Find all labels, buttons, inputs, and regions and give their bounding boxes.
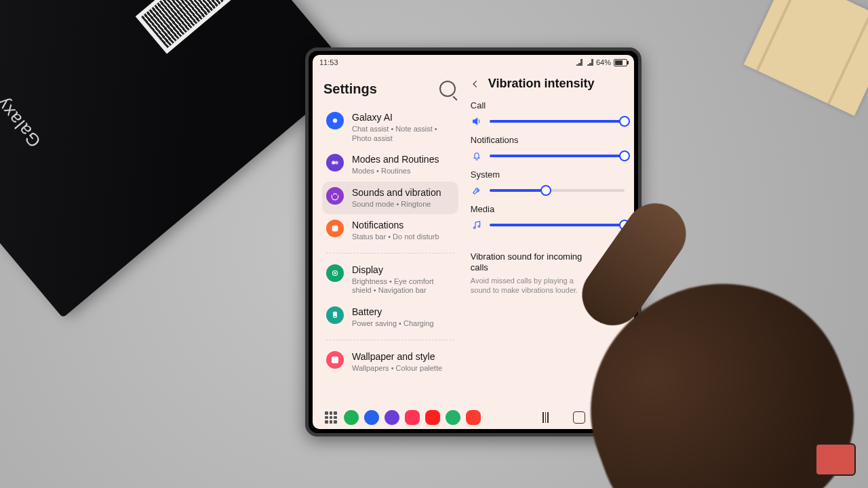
volume-icon <box>471 115 483 127</box>
svg-point-2 <box>335 161 338 165</box>
svg-rect-7 <box>334 313 336 317</box>
battery-icon <box>614 59 627 66</box>
nav-recents-button[interactable] <box>542 412 549 423</box>
settings-item-icon <box>326 264 344 282</box>
svg-point-1 <box>332 161 335 165</box>
dock-app-youtube[interactable] <box>425 410 440 425</box>
slider-media[interactable] <box>490 218 625 232</box>
settings-item-subtitle: Sound mode • Ringtone <box>352 200 441 209</box>
settings-item-title: Notifications <box>352 220 439 231</box>
svg-rect-3 <box>332 226 338 231</box>
battery-percent: 64% <box>596 58 611 66</box>
dock-app-whatsapp[interactable] <box>446 410 460 425</box>
settings-item-icon <box>326 306 344 324</box>
slider-label-system: System <box>471 169 625 180</box>
settings-item-title: Battery <box>352 306 434 318</box>
settings-item-subtitle: Modes • Routines <box>352 167 439 176</box>
signal-icon-2 <box>585 59 593 66</box>
settings-title: Settings <box>323 81 377 97</box>
taskbar <box>313 406 634 429</box>
settings-item-icon <box>326 220 344 237</box>
product-box-barcode <box>136 0 251 54</box>
separator <box>326 253 454 253</box>
settings-item-subtitle: Status bar • Do not disturb <box>352 232 439 242</box>
settings-item-subtitle: Wallpapers • Colour palette <box>352 364 442 373</box>
dock-app-app[interactable] <box>466 410 481 425</box>
settings-item-subtitle: Power saving • Charging <box>352 319 434 329</box>
tablet-screen: 11:53 64% Settings Galaxy AIChat assist … <box>313 55 634 429</box>
settings-item-display[interactable]: DisplayBrightness • Eye comfort shield •… <box>322 259 458 301</box>
detail-title: Vibration intensity <box>488 77 595 91</box>
search-icon[interactable] <box>439 81 456 97</box>
settings-item-icon <box>326 351 344 369</box>
settings-item-title: Galaxy AI <box>352 112 454 123</box>
tablet-frame: 11:53 64% Settings Galaxy AIChat assist … <box>305 47 642 436</box>
settings-item-title: Display <box>352 264 454 276</box>
settings-item-title: Modes and Routines <box>352 154 439 165</box>
settings-item-subtitle: Brightness • Eye comfort shield • Naviga… <box>352 277 454 296</box>
svg-point-0 <box>333 119 337 123</box>
dock-app-phone[interactable] <box>344 410 359 425</box>
settings-item-icon <box>326 112 344 129</box>
settings-item-modes-and-routines[interactable]: Modes and RoutinesModes • Routines <box>322 148 458 182</box>
slider-call[interactable] <box>490 115 625 128</box>
status-time: 11:53 <box>319 58 338 66</box>
settings-item-icon <box>326 187 344 205</box>
toggle-title: Vibration sound for incoming calls <box>471 251 595 274</box>
chevron-left-icon <box>471 79 480 89</box>
settings-item-notifications[interactable]: NotificationsStatus bar • Do not disturb <box>322 214 458 247</box>
wrench-icon <box>471 184 483 197</box>
separator <box>326 340 454 340</box>
slider-label-notifications: Notifications <box>471 135 625 145</box>
settings-item-galaxy-ai[interactable]: Galaxy AIChat assist • Note assist • Pho… <box>322 106 458 148</box>
svg-point-10 <box>478 226 480 228</box>
dock-app-gallery[interactable] <box>405 410 420 425</box>
back-button[interactable] <box>469 78 481 90</box>
wooden-block <box>744 0 868 116</box>
music-icon <box>471 219 483 231</box>
settings-item-sounds-and-vibration[interactable]: Sounds and vibrationSound mode • Rington… <box>322 182 458 215</box>
settings-item-title: Sounds and vibration <box>352 187 441 199</box>
nav-home-button[interactable] <box>573 411 585 424</box>
settings-item-title: Wallpaper and style <box>352 351 442 363</box>
slider-label-call: Call <box>471 100 625 110</box>
product-box-label: Galaxy Z Fold6 <box>0 39 45 152</box>
svg-point-9 <box>473 227 475 229</box>
scene-background: Galaxy Z Fold6 11:53 64% Settings <box>0 0 868 488</box>
svg-point-5 <box>334 272 336 274</box>
settings-list-pane: Settings Galaxy AIChat assist • Note ass… <box>313 70 464 406</box>
dock-app-browser[interactable] <box>384 410 399 425</box>
svg-rect-8 <box>332 357 338 363</box>
apps-drawer-button[interactable] <box>325 411 337 424</box>
settings-item-subtitle: Chat assist • Note assist • Photo assist <box>352 125 454 144</box>
product-box: Galaxy Z Fold6 <box>0 0 354 318</box>
settings-item-wallpaper-and-style[interactable]: Wallpaper and styleWallpapers • Colour p… <box>322 346 458 379</box>
signal-icon <box>574 59 583 66</box>
settings-item-icon <box>326 154 344 171</box>
bell-icon <box>471 150 483 162</box>
slider-notifications[interactable] <box>490 149 625 163</box>
dock-app-messages[interactable] <box>364 410 379 425</box>
status-bar: 11:53 64% <box>313 55 634 70</box>
slider-label-media: Media <box>471 204 625 214</box>
slider-system[interactable] <box>490 184 625 197</box>
settings-item-battery[interactable]: BatteryPower saving • Charging <box>322 301 458 334</box>
toggle-subtitle: Avoid missed calls by playing a sound to… <box>471 276 595 296</box>
watermark-logo <box>815 443 856 476</box>
